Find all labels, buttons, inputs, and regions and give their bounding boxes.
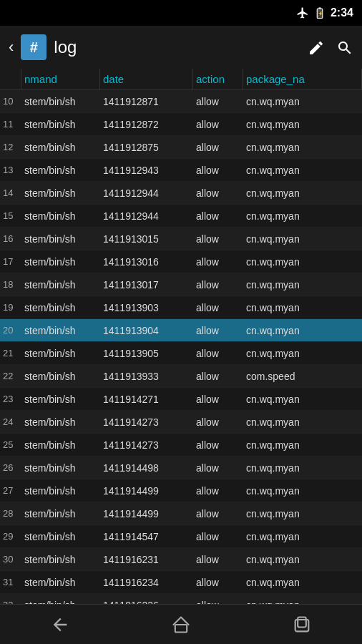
cell-num: 10	[0, 96, 21, 107]
table-header: nmand date action package_na	[0, 69, 362, 90]
cell-package: cn.wq.myan	[243, 302, 362, 313]
col-header-date: date	[100, 69, 193, 89]
cell-num: 28	[0, 508, 21, 519]
cell-num: 18	[0, 279, 21, 290]
back-button[interactable]: ‹	[9, 38, 14, 57]
table-row[interactable]: 24 stem/bin/sh 1411914273 allow cn.wq.my…	[0, 411, 362, 434]
cell-date: 1411913016	[100, 256, 193, 268]
nav-recent-button[interactable]	[292, 615, 312, 635]
cell-command: stem/bin/sh	[21, 554, 100, 565]
cell-action: allow	[193, 508, 243, 519]
title-bar: ‹ # log	[0, 26, 362, 69]
cell-package: cn.wq.myan	[243, 462, 362, 474]
cell-date: 1411913015	[100, 233, 193, 245]
cell-action: allow	[193, 577, 243, 588]
cell-date: 1411913905	[100, 348, 193, 359]
cell-action: allow	[193, 462, 243, 474]
nav-home-button[interactable]	[171, 615, 191, 635]
cell-command: stem/bin/sh	[21, 325, 100, 336]
nav-back-button[interactable]	[50, 615, 70, 635]
cell-command: stem/bin/sh	[21, 508, 100, 519]
cell-command: stem/bin/sh	[21, 256, 100, 268]
cell-package: cn.wq.myan	[243, 187, 362, 199]
table-row[interactable]: 16 stem/bin/sh 1411913015 allow cn.wq.my…	[0, 228, 362, 250]
table-row[interactable]: 26 stem/bin/sh 1411914498 allow cn.wq.my…	[0, 457, 362, 479]
table-row[interactable]: 22 stem/bin/sh 1411913933 allow com.spee…	[0, 365, 362, 388]
svg-rect-1	[318, 8, 321, 9]
cell-date: 1411912871	[100, 96, 193, 107]
cell-num: 26	[0, 462, 21, 473]
cell-package: cn.wq.myan	[243, 485, 362, 497]
svg-rect-3	[175, 625, 187, 633]
table-row[interactable]: 14 stem/bin/sh 1411912944 allow cn.wq.my…	[0, 182, 362, 205]
table-row[interactable]: 25 stem/bin/sh 1411914273 allow cn.wq.my…	[0, 434, 362, 457]
cell-date: 1411914273	[100, 439, 193, 451]
table-body: 10 stem/bin/sh 1411912871 allow cn.wq.my…	[0, 90, 362, 604]
cell-command: stem/bin/sh	[21, 165, 100, 176]
col-header-command: nmand	[21, 69, 100, 89]
table-row[interactable]: 23 stem/bin/sh 1411914271 allow cn.wq.my…	[0, 388, 362, 411]
col-header-action: action	[193, 69, 243, 89]
cell-package: cn.wq.myan	[243, 554, 362, 565]
table-row[interactable]: 18 stem/bin/sh 1411913017 allow cn.wq.my…	[0, 273, 362, 296]
cell-command: stem/bin/sh	[21, 439, 100, 451]
table-row[interactable]: 11 stem/bin/sh 1411912872 allow cn.wq.my…	[0, 113, 362, 136]
page-title: log	[54, 37, 300, 57]
cell-command: stem/bin/sh	[21, 233, 100, 245]
cell-date: 1411913933	[100, 371, 193, 382]
cell-date: 1411912944	[100, 210, 193, 222]
cell-action: allow	[193, 187, 243, 199]
table-row[interactable]: 20 stem/bin/sh 1411913904 allow cn.wq.my…	[0, 319, 362, 342]
cell-command: stem/bin/sh	[21, 416, 100, 428]
cell-action: allow	[193, 119, 243, 130]
cell-package: cn.wq.myan	[243, 531, 362, 542]
cell-action: allow	[193, 210, 243, 222]
bottom-nav	[0, 604, 362, 644]
table-row[interactable]: 17 stem/bin/sh 1411913016 allow cn.wq.my…	[0, 250, 362, 273]
toolbar-icons	[308, 38, 353, 57]
app-icon: #	[21, 34, 47, 60]
cell-command: stem/bin/sh	[21, 302, 100, 313]
cell-package: cn.wq.myan	[243, 394, 362, 405]
table-row[interactable]: 29 stem/bin/sh 1411914547 allow cn.wq.my…	[0, 525, 362, 548]
table-row[interactable]: 30 stem/bin/sh 1411916231 allow cn.wq.my…	[0, 548, 362, 571]
cell-action: allow	[193, 554, 243, 565]
table-row[interactable]: 19 stem/bin/sh 1411913903 allow cn.wq.my…	[0, 296, 362, 319]
cell-action: allow	[193, 325, 243, 336]
cell-date: 1411913017	[100, 279, 193, 291]
cell-command: stem/bin/sh	[21, 187, 100, 199]
cell-package: cn.wq.myan	[243, 142, 362, 153]
cell-action: allow	[193, 142, 243, 153]
cell-num: 27	[0, 485, 21, 496]
cell-date: 1411914498	[100, 462, 193, 474]
svg-rect-5	[298, 617, 306, 627]
cell-command: stem/bin/sh	[21, 371, 100, 382]
cell-date: 1411914499	[100, 508, 193, 519]
svg-text:⚡: ⚡	[317, 11, 323, 16]
cell-date: 1411913903	[100, 302, 193, 313]
table-row[interactable]: 15 stem/bin/sh 1411912944 allow cn.wq.my…	[0, 205, 362, 228]
cell-package: cn.wq.myan	[243, 210, 362, 222]
table-row[interactable]: 13 stem/bin/sh 1411912943 allow cn.wq.my…	[0, 159, 362, 182]
search-icon[interactable]	[336, 38, 353, 57]
cell-action: allow	[193, 96, 243, 107]
cell-command: stem/bin/sh	[21, 142, 100, 153]
table-row[interactable]: 10 stem/bin/sh 1411912871 allow cn.wq.my…	[0, 90, 362, 113]
cell-num: 22	[0, 371, 21, 381]
table-row[interactable]: 32 stem/bin/sh 1411916236 allow cn.wq.my…	[0, 594, 362, 604]
cell-date: 1411913904	[100, 325, 193, 336]
status-icons: ⚡ 2:34	[296, 6, 353, 19]
col-header-num	[0, 69, 21, 89]
cell-command: stem/bin/sh	[21, 119, 100, 130]
edit-icon[interactable]	[308, 38, 325, 57]
table-row[interactable]: 27 stem/bin/sh 1411914499 allow cn.wq.my…	[0, 479, 362, 502]
cell-command: stem/bin/sh	[21, 279, 100, 291]
table-row[interactable]: 21 stem/bin/sh 1411913905 allow cn.wq.my…	[0, 342, 362, 365]
cell-command: stem/bin/sh	[21, 394, 100, 405]
table-row[interactable]: 31 stem/bin/sh 1411916234 allow cn.wq.my…	[0, 571, 362, 594]
cell-date: 1411912943	[100, 165, 193, 176]
table-row[interactable]: 28 stem/bin/sh 1411914499 allow cn.wq.my…	[0, 502, 362, 525]
table-row[interactable]: 12 stem/bin/sh 1411912875 allow cn.wq.my…	[0, 136, 362, 159]
cell-command: stem/bin/sh	[21, 210, 100, 222]
cell-date: 1411912875	[100, 142, 193, 153]
